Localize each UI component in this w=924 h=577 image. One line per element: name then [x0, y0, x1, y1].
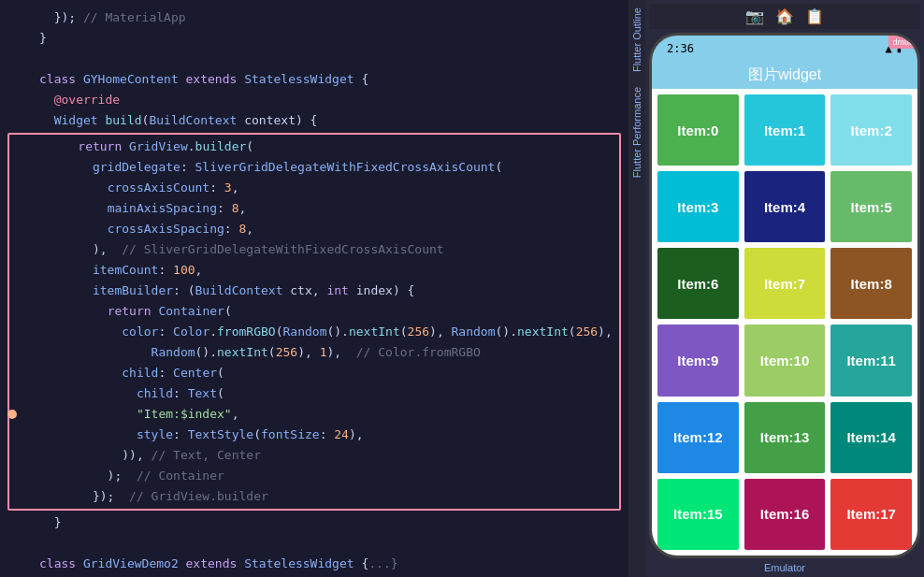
code-text	[39, 534, 47, 554]
main-area: }); // MaterialApp } class GYHomeContent…	[0, 0, 924, 577]
code-line	[0, 533, 628, 554]
grid-item: Item:16	[744, 479, 826, 550]
code-text: crossAxisSpacing: 8,	[49, 220, 253, 239]
code-text: mainAxisSpacing: 8,	[49, 199, 246, 219]
code-text: style: TextStyle(fontSize: 24),	[49, 426, 364, 445]
flutter-outline-label[interactable]: Flutter Outline	[629, 0, 644, 79]
code-text: }	[39, 29, 47, 49]
code-text: @override	[39, 91, 120, 110]
code-line: }); // MaterialApp	[0, 7, 628, 28]
phone-time: 2:36	[667, 42, 694, 55]
code-line: ), // SliverGridDelegateWithFixedCrossAx…	[9, 239, 619, 260]
code-line: itemCount: 100,	[9, 260, 619, 281]
code-line: color: Color.fromRGBO(Random().nextInt(2…	[9, 322, 619, 342]
flutter-performance-label[interactable]: Flutter Performance	[629, 79, 644, 185]
code-text: class GridViewDemo2 extends StatelessWid…	[39, 555, 398, 574]
phone-title: 图片widget	[748, 66, 821, 82]
code-text: Random().nextInt(256), 1), // Color.from…	[49, 343, 481, 363]
grid-item: Item:12	[657, 402, 739, 473]
code-line: }	[0, 512, 628, 533]
code-line: @override	[0, 90, 628, 110]
code-line: }); // GridView.builder	[9, 486, 619, 507]
code-line: itemBuilder: (BuildContext ctx, int inde…	[9, 281, 619, 301]
code-text: color: Color.fromRGBO(Random().nextInt(2…	[49, 323, 613, 342]
phone-device: dmuo 2:36 ▲ ▮ 图片widget Item:0Item:1Item:…	[649, 33, 920, 558]
flutter-outline-sidebar: Flutter Outline Flutter Performance	[628, 0, 645, 577]
code-text: return GridView.builder(	[49, 137, 253, 157]
dmuo-badge: dmuo	[888, 36, 917, 49]
code-text: itemBuilder: (BuildContext ctx, int inde…	[49, 281, 414, 301]
code-line: style: TextStyle(fontSize: 24),	[9, 425, 619, 445]
code-text: itemCount: 100,	[49, 261, 202, 281]
grid-item: Item:2	[830, 94, 912, 166]
grid-item: Item:9	[657, 325, 739, 396]
code-text: }); // MaterialApp	[39, 8, 186, 28]
camera-icon[interactable]: 📷	[745, 7, 764, 25]
grid-item: Item:17	[830, 479, 912, 550]
emulator-toolbar: 📷 🏠 📋	[649, 4, 920, 29]
code-line: class GYHomeContent extends StatelessWid…	[0, 69, 628, 90]
code-line	[0, 49, 628, 69]
code-line: child: Center(	[9, 363, 619, 383]
grid-item: Item:5	[830, 171, 912, 242]
highlighted-block: return GridView.builder( gridDelegate: S…	[7, 133, 621, 511]
code-line: crossAxisSpacing: 8,	[9, 219, 619, 239]
code-content: }); // MaterialApp } class GYHomeContent…	[0, 0, 628, 577]
copy-icon[interactable]: 📋	[805, 7, 824, 25]
grid-item: Item:0	[657, 94, 739, 166]
code-text: "Item:$index",	[49, 405, 239, 425]
phone-title-bar: 图片widget	[652, 62, 917, 89]
code-text: ); // Container	[49, 467, 224, 486]
code-line: )), // Text, Center	[9, 445, 619, 466]
grid-item: Item:1	[744, 94, 826, 166]
code-line: class GridViewDemo2 extends StatelessWid…	[0, 554, 628, 574]
grid-item: Item:4	[744, 171, 826, 242]
code-panel: }); // MaterialApp } class GYHomeContent…	[0, 0, 628, 577]
code-line: return Container(	[9, 301, 619, 322]
code-line: gridDelegate: SliverGridDelegateWithFixe…	[9, 157, 619, 178]
grid-item: Item:7	[744, 248, 826, 319]
grid-item: Item:8	[830, 248, 912, 319]
grid-item: Item:10	[744, 325, 826, 396]
phone-grid: Item:0Item:1Item:2Item:3Item:4Item:5Item…	[652, 89, 917, 555]
code-text: gridDelegate: SliverGridDelegateWithFixe…	[49, 158, 502, 178]
code-text: crossAxisCount: 3,	[49, 179, 239, 198]
code-line: }	[0, 28, 628, 49]
code-text: }); // GridView.builder	[49, 487, 268, 507]
breakpoint-dot	[7, 410, 17, 419]
code-line: mainAxisSpacing: 8,	[9, 198, 619, 219]
phone-status-bar: 2:36 ▲ ▮	[652, 36, 917, 62]
emulator-label-text: Emulator	[764, 562, 805, 573]
code-text: return Container(	[49, 302, 232, 322]
emulator-label: Emulator	[760, 558, 809, 577]
grid-item: Item:15	[657, 479, 739, 550]
code-line: ); // Container	[9, 466, 619, 486]
code-text: Widget build(BuildContext context) {	[39, 111, 317, 131]
code-text: child: Text(	[49, 384, 224, 404]
code-line: crossAxisCount: 3,	[9, 178, 619, 198]
code-line: Widget build(BuildContext context) {	[0, 110, 628, 131]
grid-item: Item:14	[830, 402, 912, 473]
code-text: ), // SliverGridDelegateWithFixedCrossAx…	[49, 240, 444, 260]
grid-item: Item:13	[744, 402, 826, 473]
code-line: return GridView.builder(	[9, 137, 619, 157]
code-text	[39, 50, 47, 69]
grid-item: Item:3	[657, 171, 739, 242]
code-text: }	[39, 513, 61, 533]
code-line: child: Text(	[9, 383, 619, 404]
code-line: Random().nextInt(256), 1), // Color.from…	[9, 342, 619, 363]
code-line: "Item:$index",	[9, 404, 619, 425]
grid-item: Item:6	[657, 248, 739, 319]
home-icon[interactable]: 🏠	[775, 7, 794, 25]
line-number	[9, 408, 37, 421]
code-text: child: Center(	[49, 364, 224, 383]
code-text: class GYHomeContent extends StatelessWid…	[39, 70, 368, 90]
phone-simulator-area: 📷 🏠 📋 dmuo 2:36 ▲ ▮ 图片widget Item:0Item:…	[645, 0, 924, 577]
code-text: )), // Text, Center	[49, 446, 261, 466]
grid-item: Item:11	[830, 325, 912, 396]
